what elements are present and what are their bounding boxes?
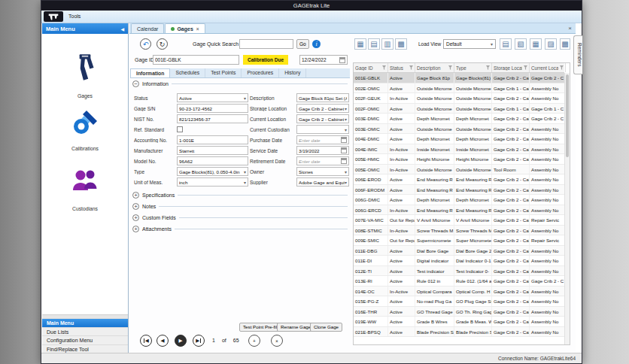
collapse-sidebar-icon[interactable]: ◀ (120, 26, 124, 32)
next-record-button[interactable]: ▶ (175, 335, 187, 347)
last-record-button[interactable]: ▶ (193, 335, 205, 347)
table-row[interactable]: 013E-RIActiveRule 012 inRule 012. (1/64 … (354, 276, 564, 287)
undo-button[interactable]: ↶ (140, 38, 151, 50)
filter-icon[interactable] (382, 65, 386, 70)
table-row[interactable]: 012E-TIActiveTest indicatorTest Indicato… (354, 266, 564, 277)
search-go-button[interactable]: Go (296, 39, 309, 49)
form-tab-schedules[interactable]: Schedules (170, 68, 205, 77)
close-tab-icon[interactable]: × (196, 26, 199, 32)
owner-field[interactable]: Siones▾ (296, 167, 349, 176)
add-record-button[interactable]: + (248, 335, 260, 347)
close-all-tabs-icon[interactable]: × (568, 25, 572, 32)
nist-no-field[interactable]: 821/123456-37 (177, 114, 248, 123)
scrollbar-thumb[interactable] (566, 74, 569, 157)
type-field[interactable]: Gage Blocks(81), 0.050-4.0in▾ (177, 167, 248, 176)
table-row[interactable]: 002F-OMICActiveOutside MicromeOutside Mi… (354, 104, 564, 114)
table-row[interactable]: 021E-BPSQActiveBlade Precision SBlade Pr… (354, 327, 564, 338)
column-header-current-location[interactable]: Current Location (530, 63, 566, 72)
column-header-storage-location[interactable]: Storage Location (492, 63, 530, 72)
form-tab-procedures[interactable]: Procedures (242, 68, 279, 77)
service-date-field[interactable]: 3/19/2022 (296, 146, 349, 155)
table-row[interactable]: 002E-OMICActiveOutside MicromeOutside Mi… (354, 83, 564, 94)
expand-section-icon[interactable]: + (132, 203, 139, 210)
expand-section-icon[interactable]: + (132, 226, 139, 232)
save-view-icon[interactable]: ▧ (515, 38, 527, 50)
tools-menu[interactable]: Tools (68, 14, 81, 19)
table-row[interactable]: 006G-DMICActiveDepth MicrometDepth Micro… (354, 195, 564, 205)
table-row[interactable]: 011E-DBGActiveDial Bore GageDial Bore Ga… (354, 246, 564, 256)
first-record-button[interactable]: ◀ (140, 335, 152, 347)
filter-icon[interactable] (448, 65, 452, 70)
export-grid-icon[interactable]: ▨ (545, 38, 557, 50)
sidebar-menu-configuration-menu[interactable]: Configuration Menu (42, 335, 128, 344)
table-row[interactable]: 009E-SMICOut for RepairSupermicrometeSup… (354, 235, 564, 246)
tab-calendar[interactable]: Calendar (131, 23, 164, 33)
grid-view-icon[interactable]: ▦ (354, 38, 366, 50)
current-location-field[interactable]: Gage Crib 2 - Cabinet 1▾ (296, 114, 349, 123)
table-row[interactable]: 006E-ERODActiveEnd Measuring REnd Measur… (354, 174, 564, 185)
status-field[interactable]: Active▾ (177, 93, 248, 102)
table-row[interactable]: 006G-ERCDIn-ActiveEnd Measuring REnd Mea… (354, 205, 564, 216)
ref-standard-checkbox[interactable] (177, 126, 183, 132)
gage-quick-search-input[interactable] (239, 39, 293, 49)
sidebar-menu-find-replace-tool[interactable]: Find/Replace Tool (42, 344, 128, 353)
gage-s-n-field[interactable]: 90-23-172-4562 (177, 104, 248, 113)
column-header-description[interactable]: Description (415, 63, 454, 72)
table-row[interactable]: 015E-PG-ZActiveNo-mad Plug GaGO Plug Gag… (354, 296, 564, 307)
table-row[interactable]: 006F-ERODMActiveEnd Measuring REnd Measu… (354, 185, 564, 196)
expand-section-icon[interactable]: + (132, 214, 139, 221)
table-row[interactable]: 014E-OCIn-ActiveOptical ComparaOptical C… (354, 287, 564, 297)
table-row[interactable]: 001E-GBLKActiveGage Block 81pGage Blocks… (354, 73, 564, 83)
table-row[interactable]: 011E-DIActiveDigital indicatorDial Indic… (354, 256, 564, 266)
gage-id-field[interactable]: 001E-GBLK (153, 55, 239, 65)
table-row[interactable]: 019E-WWActiveGrade B WiresGrade B Meas. … (354, 317, 564, 327)
previous-record-button[interactable]: ◀ (156, 335, 169, 347)
column-header-gage-id[interactable]: Gage ID (354, 63, 388, 72)
table-row[interactable]: 007E-VA-MICOut for RepairV Anvil Microme… (354, 215, 564, 226)
sidebar-item-gages[interactable]: Gages (69, 52, 101, 109)
sidebar-menu-main-menu[interactable]: Main Menu (42, 318, 128, 327)
table-row[interactable]: 002F-GEUKIn-ActiveOutside MicromeOutside… (354, 93, 564, 104)
current-custodian-field[interactable]: ▾ (296, 125, 349, 134)
load-view-select[interactable]: Default ▾ (443, 39, 496, 49)
test-point-pre-fill-button[interactable]: Test Point Pre-fill (239, 323, 281, 332)
sidebar-item-calibrations[interactable]: Calibrations (71, 109, 99, 166)
filter-icon[interactable] (560, 65, 564, 70)
form-tab-test-points[interactable]: Test Points (205, 68, 242, 77)
table-row[interactable]: 005E-HMICIn-ActiveHeight MicromeHeight M… (354, 154, 564, 165)
table-row[interactable]: 005E-OMICIn-ActiveOutside MicromeOutside… (354, 165, 564, 175)
column-chooser-icon[interactable]: ▥ (381, 38, 394, 50)
table-row[interactable]: 004E-DMICActiveDepth MicrometDepth Micro… (354, 134, 564, 144)
due-date-field[interactable]: 12/24/2022 (299, 55, 348, 65)
expand-section-icon[interactable]: + (132, 192, 139, 199)
clone-gage-button[interactable]: Clone Gage (310, 323, 342, 332)
rename-gage-button[interactable]: Rename Gage (277, 323, 314, 332)
table-row[interactable]: 003E-OMICActiveOutside MicromeOutside Mi… (354, 124, 564, 135)
form-tab-history[interactable]: History (279, 68, 306, 77)
column-header-status[interactable]: Status (388, 63, 415, 72)
manage-views-icon[interactable]: ▦ (530, 38, 542, 50)
form-tab-information[interactable]: Information (130, 68, 170, 77)
filter-icon[interactable] (524, 65, 527, 70)
purchase-date-field[interactable]: Enter date (296, 135, 349, 144)
table-row[interactable]: 016E-THRActiveGO Thread GageGO Th. Ring … (354, 307, 564, 317)
collapse-section-icon[interactable]: − (132, 80, 139, 87)
group-panel-icon[interactable]: ▩ (395, 38, 407, 50)
card-view-icon[interactable]: ▤ (368, 38, 380, 50)
table-row[interactable]: 003E-DMICActiveDepth MicrometDepth Micro… (354, 114, 564, 124)
unit-of-meas-field[interactable]: inch▾ (177, 177, 248, 187)
filter-icon[interactable] (409, 65, 413, 70)
tab-gages[interactable]: Gages× (165, 23, 205, 33)
accounting-no-field[interactable]: 1-001E (177, 135, 248, 144)
table-row[interactable]: 008E-STMICIn-ActiveScrew Threads MScrew … (354, 226, 564, 236)
model-no-field[interactable]: 96A62 (177, 156, 248, 165)
sidebar-menu-due-lists[interactable]: Due Lists (42, 327, 128, 336)
table-row[interactable]: 004E-IMICIn-ActiveInside MicrometInside … (354, 144, 564, 155)
filter-icon[interactable] (486, 65, 490, 70)
clear-view-icon[interactable]: ▤ (500, 38, 512, 50)
info-icon[interactable]: i (312, 40, 321, 48)
cancel-button[interactable]: × (271, 335, 283, 347)
retirement-date-field[interactable]: Enter date (296, 156, 349, 165)
column-header-type[interactable]: Type (454, 63, 492, 72)
refresh-button[interactable]: ↻ (156, 38, 168, 50)
